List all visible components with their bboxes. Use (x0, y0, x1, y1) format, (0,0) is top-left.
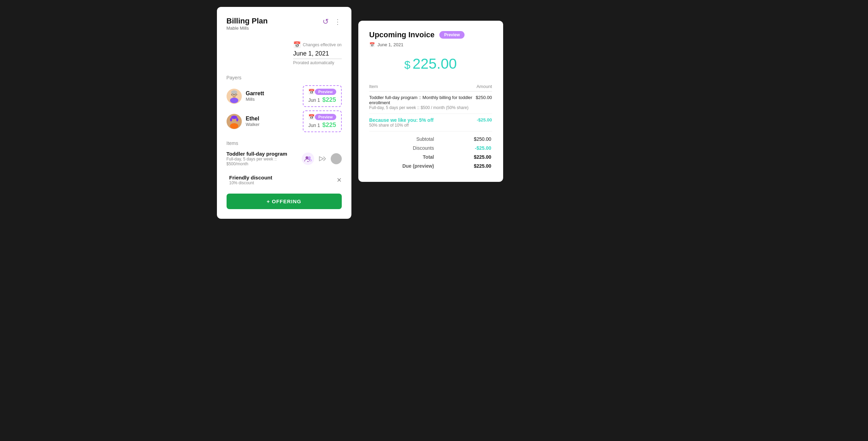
invoice-date-row: 📅 June 1, 2021 (369, 42, 492, 47)
invoice-panel: Upcoming Invoice Preview 📅 June 1, 2021 … (358, 21, 503, 182)
changes-label: 📅 Changes effective on (293, 41, 342, 49)
header-icons: ↺ ⋮ (322, 17, 342, 27)
summary-subtotal-row: Subtotal $250.00 (370, 135, 491, 143)
payers-list: Garrett Mills 📅 Preview Jun 1 $225 (227, 85, 342, 132)
payer-amount-garrett: $225 (322, 96, 336, 104)
payer-row-garrett: Garrett Mills 📅 Preview Jun 1 $225 (227, 85, 342, 107)
payer-amount-ethel: $225 (322, 121, 336, 129)
total-value: $225.00 (443, 153, 491, 161)
payer-row-ethel: Ethel Walker 📅 Preview Jun 1 $225 (227, 110, 342, 132)
summary-table: Subtotal $250.00 Discounts -$25.00 Total… (369, 134, 492, 171)
invoice-date: June 1, 2021 (378, 42, 403, 47)
svg-point-14 (306, 156, 308, 159)
refresh-button[interactable]: ↺ (322, 17, 329, 27)
preview-badge-ethel[interactable]: Preview (315, 114, 336, 120)
avatar-ethel (227, 114, 242, 129)
avatar-garrett (227, 89, 242, 104)
line-item-1-desc: Toddler full-day program :: Monthly bill… (369, 91, 476, 114)
payer-calendar-icon-garrett: 📅 (308, 89, 315, 95)
discount-detail: 10% discount (229, 180, 337, 185)
invoice-calendar-icon: 📅 (369, 42, 375, 47)
discount-info: Friendly discount 10% discount (227, 175, 337, 185)
invoice-total: $225.00 (369, 56, 492, 72)
discounts-label: Discounts (370, 144, 442, 152)
line-item-2-desc: Because we like you: 5% off 50% share of… (369, 114, 476, 131)
payer-name-garrett: Garrett Mills (246, 90, 299, 102)
prorated-label: Prorated automatically (293, 60, 342, 65)
more-options-button[interactable]: ⋮ (333, 17, 342, 27)
date-section: 📅 Changes effective on June 1, 2021 Pror… (227, 41, 342, 65)
calendar-icon: 📅 (293, 41, 301, 49)
due-value: $225.00 (443, 162, 491, 170)
billing-header: Billing Plan Mable Mills ↺ ⋮ (227, 17, 342, 39)
line-item-1-amount: $250.00 (476, 91, 492, 114)
due-label: Due (preview) (370, 162, 442, 170)
invoice-dollar-sign: $ (404, 59, 410, 71)
svg-point-12 (230, 118, 232, 121)
preview-badge-garrett[interactable]: Preview (315, 89, 336, 95)
item-detail: Full-day, 5 days per week :: $500/month (227, 157, 298, 166)
billing-title-block: Billing Plan Mable Mills (227, 17, 268, 39)
payer-invoice-box-garrett[interactable]: 📅 Preview Jun 1 $225 (303, 85, 342, 107)
discount-title: Friendly discount (229, 175, 337, 180)
invoice-line-item-2: Because we like you: 5% off 50% share of… (369, 114, 492, 131)
payer-date-garrett: Jun 1 (308, 97, 320, 103)
invoice-table: Item Amount Toddler full-day program :: … (369, 82, 492, 131)
col-item: Item (369, 82, 476, 91)
svg-point-6 (232, 96, 236, 98)
discounts-value: -$25.00 (443, 144, 491, 152)
item-actions (302, 153, 342, 165)
item-row: Toddler full-day program Full-day, 5 day… (227, 151, 342, 166)
item-title: Toddler full-day program (227, 151, 298, 157)
invoice-total-amount: 225.00 (412, 56, 457, 72)
line-item-2-amount: -$25.00 (476, 114, 492, 131)
svg-point-15 (308, 156, 311, 159)
discount-row: Friendly discount 10% discount ✕ (227, 172, 342, 188)
invoice-line-item-1: Toddler full-day program :: Monthly bill… (369, 91, 492, 114)
item-info: Toddler full-day program Full-day, 5 day… (227, 151, 298, 166)
billing-panel: Billing Plan Mable Mills ↺ ⋮ 📅 Changes e… (217, 7, 351, 219)
arrow-action-button[interactable] (316, 153, 329, 165)
svg-marker-18 (319, 157, 323, 161)
svg-point-9 (230, 123, 238, 129)
payer-calendar-icon-ethel: 📅 (308, 114, 315, 120)
col-amount: Amount (476, 82, 492, 91)
dot-action-button[interactable] (331, 153, 342, 164)
svg-point-11 (231, 116, 237, 119)
summary-total-row: Total $225.00 (370, 153, 491, 161)
summary-discounts-row: Discounts -$25.00 (370, 144, 491, 152)
payer-invoice-box-ethel[interactable]: 📅 Preview Jun 1 $225 (303, 110, 342, 132)
payer-date-ethel: Jun 1 (308, 122, 320, 128)
invoice-preview-badge: Preview (439, 31, 465, 39)
svg-point-13 (236, 118, 238, 121)
total-label: Total (370, 153, 442, 161)
add-offering-button[interactable]: + OFFERING (227, 194, 342, 209)
items-section: Items Toddler full-day program Full-day,… (227, 140, 342, 188)
billing-title: Billing Plan (227, 17, 268, 26)
remove-discount-button[interactable]: ✕ (337, 176, 342, 184)
payer-name-ethel: Ethel Walker (246, 116, 299, 127)
billing-subtitle: Mable Mills (227, 26, 268, 31)
svg-point-1 (230, 98, 238, 103)
users-action-button[interactable] (302, 153, 314, 165)
items-section-title: Items (227, 140, 342, 146)
invoice-title: Upcoming Invoice (369, 30, 435, 39)
summary-due-row: Due (preview) $225.00 (370, 162, 491, 170)
svg-point-7 (231, 90, 237, 94)
payers-section-title: Payers (227, 75, 342, 80)
effective-date: June 1, 2021 (293, 50, 342, 59)
subtotal-label: Subtotal (370, 135, 442, 143)
subtotal-value: $250.00 (443, 135, 491, 143)
invoice-header: Upcoming Invoice Preview (369, 30, 492, 39)
date-block: 📅 Changes effective on June 1, 2021 Pror… (293, 41, 342, 65)
